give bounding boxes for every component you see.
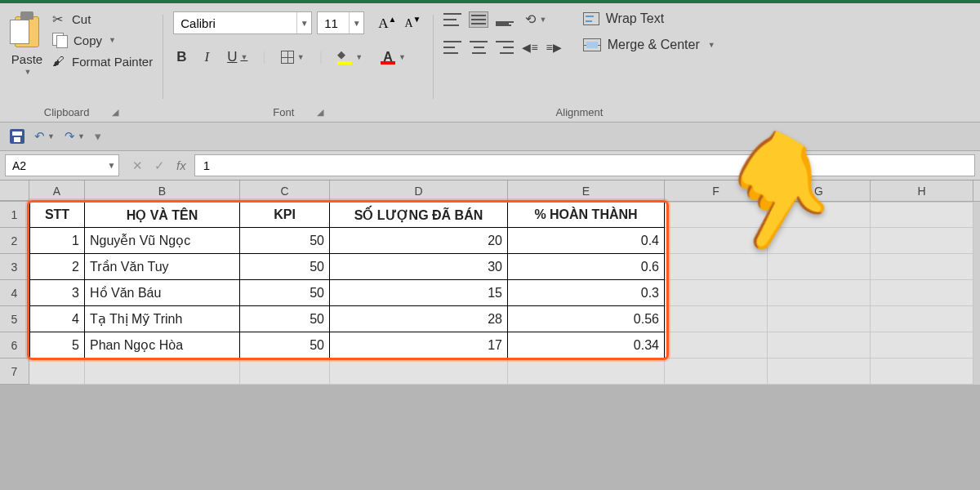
cell[interactable]	[665, 254, 768, 280]
copy-button[interactable]: Copy ▼	[52, 33, 153, 47]
cell[interactable]: 28	[330, 306, 508, 332]
orientation-button[interactable]: ▼	[522, 11, 550, 27]
cell[interactable]	[665, 306, 768, 332]
font-color-button[interactable]: A▼	[377, 50, 409, 65]
cell[interactable]: STT	[29, 202, 85, 228]
row-header[interactable]: 7	[0, 359, 29, 385]
col-header[interactable]: F	[665, 180, 768, 201]
chevron-down-icon[interactable]: ▼	[24, 68, 32, 76]
cell[interactable]: Tạ Thị Mỹ Trinh	[85, 306, 240, 332]
cell[interactable]	[768, 228, 871, 254]
col-header[interactable]: G	[768, 180, 871, 201]
cell[interactable]: 17	[330, 332, 508, 359]
font-name-input[interactable]	[174, 12, 296, 33]
cell[interactable]	[85, 359, 240, 385]
cell[interactable]: 0.4	[508, 228, 665, 254]
row-header[interactable]: 1	[0, 202, 29, 228]
merge-center-button[interactable]: Merge & Center ▼	[583, 38, 715, 52]
cell[interactable]: 50	[240, 228, 330, 254]
align-right-button[interactable]	[496, 40, 514, 55]
name-box[interactable]: ▼	[5, 154, 119, 176]
cell[interactable]: HỌ VÀ TÊN	[85, 202, 240, 228]
cell[interactable]	[871, 306, 973, 332]
name-box-input[interactable]	[6, 159, 105, 172]
cell[interactable]: 0.6	[508, 254, 665, 280]
row-header[interactable]: 5	[0, 306, 29, 332]
cell[interactable]: % HOÀN THÀNH	[508, 202, 665, 228]
bold-button[interactable]: B	[173, 49, 189, 65]
formula-input[interactable]: 1	[194, 154, 975, 176]
cell[interactable]	[768, 359, 871, 385]
chevron-down-icon[interactable]: ▼	[296, 12, 311, 33]
cell[interactable]: 50	[240, 280, 330, 306]
cell[interactable]: 3	[29, 280, 85, 306]
row-header[interactable]: 2	[0, 228, 29, 254]
cell[interactable]	[768, 202, 871, 228]
chevron-down-icon[interactable]: ▼	[349, 12, 363, 33]
cell[interactable]	[871, 280, 973, 306]
col-header[interactable]: E	[508, 180, 665, 201]
wrap-text-button[interactable]: Wrap Text	[583, 11, 715, 26]
align-left-button[interactable]	[443, 40, 461, 55]
cell[interactable]: 1	[29, 228, 85, 254]
cell[interactable]: SỐ LƯỢNG ĐÃ BÁN	[330, 202, 508, 228]
cell[interactable]: 0.3	[508, 280, 665, 306]
align-center-button[interactable]	[470, 40, 488, 55]
format-painter-button[interactable]: Format Painter	[52, 54, 153, 69]
font-size-input[interactable]	[318, 12, 349, 33]
cell[interactable]	[871, 254, 973, 280]
cell[interactable]: Nguyễn Vũ Ngọc	[85, 228, 240, 254]
cell[interactable]: Phan Ngọc Hòa	[85, 332, 240, 359]
col-header[interactable]: A	[29, 180, 85, 201]
cell[interactable]: 15	[330, 280, 508, 306]
cell[interactable]	[665, 228, 768, 254]
row-header[interactable]: 4	[0, 280, 29, 306]
cell[interactable]	[665, 202, 768, 228]
border-button[interactable]: ▼	[278, 51, 308, 64]
cell[interactable]	[665, 359, 768, 385]
paste-button[interactable]: Paste ▼	[10, 11, 44, 76]
insert-function-button[interactable]: fx	[176, 158, 186, 172]
cut-button[interactable]: Cut	[52, 11, 153, 26]
font-name-combo[interactable]: ▼	[173, 11, 312, 34]
cell[interactable]	[768, 306, 871, 332]
cell[interactable]	[330, 359, 508, 385]
dialog-launcher-icon[interactable]: ◢	[317, 107, 323, 118]
redo-button[interactable]: ↷▼	[65, 129, 85, 144]
cell[interactable]: 0.34	[508, 332, 665, 359]
cancel-formula-button[interactable]: ✕	[132, 158, 143, 173]
col-header[interactable]: B	[85, 180, 240, 201]
cell[interactable]	[871, 359, 973, 385]
cell[interactable]: Hồ Văn Báu	[85, 280, 240, 306]
cell[interactable]	[29, 359, 85, 385]
customize-qat-button[interactable]: ▾	[95, 129, 101, 144]
cell[interactable]: 20	[330, 228, 508, 254]
align-middle-button[interactable]	[470, 12, 488, 27]
fill-color-button[interactable]: ▼	[334, 50, 366, 65]
chevron-down-icon[interactable]: ▼	[109, 36, 116, 44]
cell[interactable]: 30	[330, 254, 508, 280]
select-all-corner[interactable]	[0, 180, 29, 201]
col-header[interactable]: H	[871, 180, 973, 201]
cell[interactable]: 50	[240, 254, 330, 280]
increase-font-button[interactable]: A▲	[376, 15, 399, 32]
cell[interactable]	[508, 359, 665, 385]
cell[interactable]: 2	[29, 254, 85, 280]
cell[interactable]: Trần Văn Tuy	[85, 254, 240, 280]
cell[interactable]	[665, 332, 768, 359]
enter-formula-button[interactable]: ✓	[154, 158, 165, 173]
increase-indent-button[interactable]: ≡▶	[546, 41, 562, 54]
col-header[interactable]: D	[330, 180, 508, 201]
cell[interactable]	[768, 332, 871, 359]
font-size-combo[interactable]: ▼	[317, 11, 364, 34]
col-header[interactable]: C	[240, 180, 330, 201]
cell[interactable]	[665, 280, 768, 306]
save-button[interactable]	[10, 129, 24, 144]
undo-button[interactable]: ↶▼	[34, 129, 55, 144]
cell[interactable]	[871, 228, 973, 254]
cell[interactable]: 50	[240, 306, 330, 332]
decrease-font-button[interactable]: A▼	[402, 15, 423, 32]
align-bottom-button[interactable]	[496, 12, 514, 27]
cell[interactable]: 4	[29, 306, 85, 332]
row-header[interactable]: 6	[0, 332, 29, 359]
